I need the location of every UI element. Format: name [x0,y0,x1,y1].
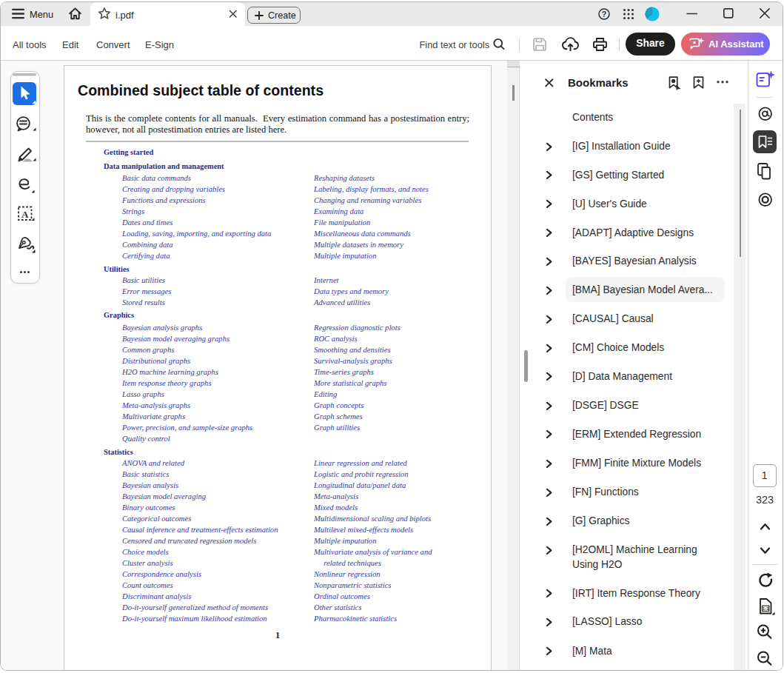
svg-text:1:1: 1:1 [762,606,769,611]
svg-text:?: ? [602,10,606,19]
svg-text:A: A [21,209,29,220]
